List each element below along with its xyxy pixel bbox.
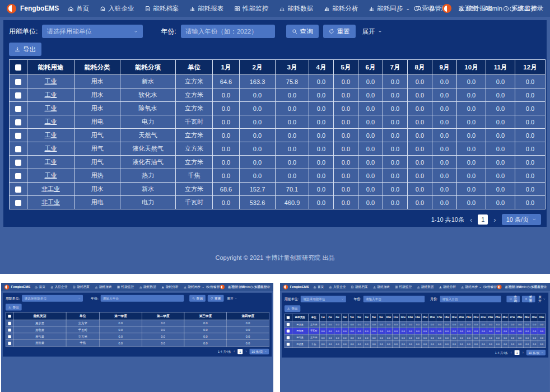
page-size-select[interactable]: 10 条/页 [249,349,269,354]
row-checkbox[interactable] [287,329,290,332]
nav-item-performance-monitor[interactable]: 性能监控 [117,285,134,289]
year-input[interactable] [363,296,425,302]
search-button[interactable]: 查询 [286,25,319,38]
nav-item-energy-sync[interactable]: 能耗同步 [184,285,201,289]
cell[interactable]: 工业 [27,142,74,156]
row-checkbox[interactable] [15,79,21,85]
nav-item-home[interactable]: 首页 [35,285,45,289]
nav-item-home[interactable]: 首页 [314,285,324,289]
cell[interactable]: 工业 [27,129,74,142]
search-button[interactable]: 查询 [507,296,520,302]
bell-icon[interactable] [491,285,494,288]
search-icon[interactable] [484,285,487,288]
reset-button[interactable]: 重置 [323,25,356,38]
search-icon[interactable] [207,285,210,288]
unit-select[interactable]: 请选择用能单位 [301,296,346,302]
cell[interactable]: 非工业 [27,183,74,196]
reset-button[interactable]: 重置 [522,296,535,302]
page-size-select[interactable]: 10 条/页 [526,350,546,356]
bell-icon[interactable] [429,5,436,12]
year-input[interactable] [181,25,275,38]
nav-item-energy-archive[interactable]: 能耗档案 [145,4,179,13]
nav-item-energy-sync[interactable]: 能耗同步 [369,4,403,13]
logout-button[interactable]: 退出登录 [253,285,270,289]
expand-toggle[interactable]: 展开 [538,295,546,304]
nav-item-energy-analysis[interactable]: 能耗分析 [324,4,358,13]
nav-overflow-button[interactable]: - [479,285,481,289]
expand-toggle[interactable]: 展开 [227,296,237,300]
unit-select[interactable]: 请选择用能单位 [42,25,143,38]
nav-item-energy-report[interactable]: 能耗报表 [373,285,390,289]
row-checkbox[interactable] [8,322,11,325]
row-checkbox[interactable] [15,133,21,139]
row-checkbox[interactable] [15,146,21,152]
row-checkbox[interactable] [287,343,290,346]
unit-select[interactable]: 请选择用能单位 [22,295,83,302]
next-page-button[interactable]: › [523,351,524,354]
row-checkbox[interactable] [287,336,290,339]
cell[interactable]: 工业 [27,75,74,88]
nav-item-performance-monitor[interactable]: 性能监控 [234,4,268,13]
nav-item-energy-data[interactable]: 能耗数据 [279,4,313,13]
nav-item-energy-data[interactable]: 能耗数据 [417,285,434,289]
row-checkbox[interactable] [15,173,21,179]
next-page-button[interactable]: › [245,349,246,353]
current-page[interactable]: 1 [237,349,243,354]
avatar[interactable] [220,284,225,289]
nav-item-performance-monitor[interactable]: 性能监控 [395,285,412,289]
nav-item-energy-data[interactable]: 能耗数据 [139,285,156,289]
cell[interactable]: 工业 [27,88,74,102]
search-button[interactable]: 查询 [189,295,206,302]
logout-button[interactable]: 退出登录 [530,285,547,289]
row-checkbox[interactable] [15,186,21,193]
month-input[interactable] [440,296,501,302]
export-button[interactable]: 导出 [6,304,22,311]
row-checkbox[interactable] [15,119,21,125]
current-page[interactable]: 1 [515,350,520,355]
row-checkbox[interactable] [15,106,21,112]
page-size-select[interactable]: 10 条/页 [502,214,541,225]
nav-item-enterprises[interactable]: 入驻企业 [100,4,134,13]
nav-item-energy-archive[interactable]: 能耗档案 [73,285,90,289]
nav-item-energy-analysis[interactable]: 能耗分析 [161,285,178,289]
nav-item-energy-report[interactable]: 能耗报表 [95,285,111,289]
row-checkbox[interactable] [8,342,11,344]
year-input[interactable] [101,295,184,302]
prev-page-button[interactable]: ‹ [234,349,235,353]
row-checkbox[interactable] [8,335,11,338]
bell-icon[interactable] [213,285,217,288]
next-page-button[interactable]: › [493,216,496,224]
avatar[interactable] [497,284,502,289]
search-icon[interactable] [416,5,422,12]
avatar[interactable] [442,4,451,13]
row-checkbox[interactable] [8,329,11,332]
cell[interactable]: 工业 [27,102,74,115]
nav-item-energy-analysis[interactable]: 能耗分析 [439,285,456,289]
select-all-checkbox[interactable] [287,316,290,319]
nav-overflow-button[interactable]: - [407,4,409,13]
export-button[interactable]: 导出 [9,43,41,56]
row-checkbox[interactable] [287,323,290,326]
cell[interactable]: 工业 [27,115,74,129]
cell[interactable]: 工业 [27,156,74,169]
nav-overflow-button[interactable]: - [202,285,203,289]
nav-item-energy-sync[interactable]: 能耗同步 [461,285,478,289]
current-page[interactable]: 1 [478,214,488,225]
cell[interactable]: 工业 [27,169,74,183]
logout-button[interactable]: 退出登录 [509,4,543,13]
nav-item-home[interactable]: 首页 [68,4,89,13]
row-checkbox[interactable] [15,200,21,206]
reset-button[interactable]: 重置 [208,295,224,302]
nav-item-energy-archive[interactable]: 能耗档案 [351,285,368,289]
select-all-checkbox[interactable] [15,64,21,71]
select-all-checkbox[interactable] [8,315,11,318]
export-button[interactable]: 导出 [285,305,300,312]
prev-page-button[interactable]: ‹ [470,216,472,224]
cell[interactable]: 非工业 [27,196,74,209]
nav-item-enterprises[interactable]: 入驻企业 [50,285,67,289]
nav-item-enterprises[interactable]: 入驻企业 [329,285,346,289]
row-checkbox[interactable] [15,160,21,166]
row-checkbox[interactable] [15,92,21,99]
prev-page-button[interactable]: ‹ [511,351,512,354]
expand-toggle[interactable]: 展开 [362,27,383,36]
